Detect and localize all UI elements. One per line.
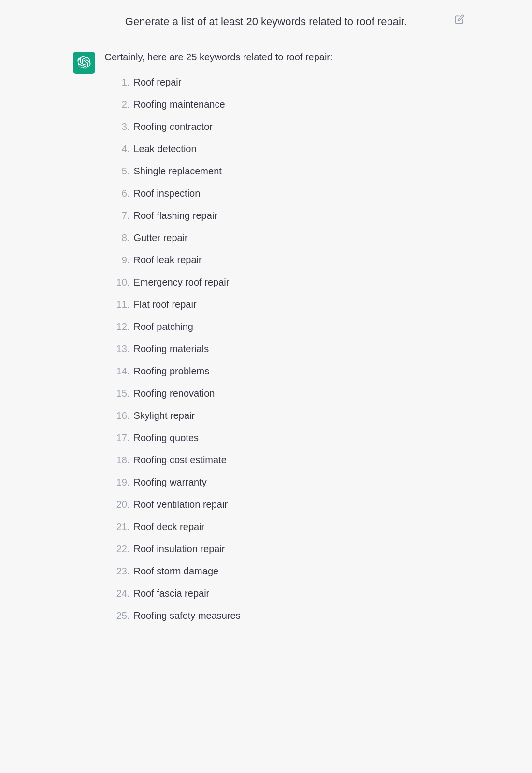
item-text: Roofing problems bbox=[134, 364, 210, 378]
item-text: Roofing quotes bbox=[134, 430, 199, 445]
item-text: Roof fascia repair bbox=[134, 586, 210, 601]
list-item: 11.Flat roof repair bbox=[105, 293, 460, 315]
item-text: Roofing safety measures bbox=[134, 608, 241, 623]
item-number: 2. bbox=[105, 97, 130, 112]
chatgpt-avatar bbox=[73, 52, 95, 74]
list-item: 20.Roof ventilation repair bbox=[105, 493, 460, 515]
list-item: 17.Roofing quotes bbox=[105, 427, 460, 449]
list-item: 16.Skylight repair bbox=[105, 404, 460, 427]
list-item: 9.Roof leak repair bbox=[105, 249, 460, 271]
prompt-text: Generate a list of at least 20 keywords … bbox=[125, 15, 407, 28]
list-item: 23.Roof storm damage bbox=[105, 560, 460, 582]
list-item: 14.Roofing problems bbox=[105, 360, 460, 382]
item-text: Flat roof repair bbox=[134, 297, 197, 312]
item-number: 15. bbox=[105, 386, 130, 401]
item-number: 17. bbox=[105, 430, 130, 445]
list-item: 21.Roof deck repair bbox=[105, 515, 460, 538]
item-text: Roof ventilation repair bbox=[134, 497, 228, 512]
item-number: 13. bbox=[105, 342, 130, 356]
list-item: 4.Leak detection bbox=[105, 138, 460, 160]
list-item: 8.Gutter repair bbox=[105, 227, 460, 249]
list-item: 2.Roofing maintenance bbox=[105, 93, 460, 115]
item-text: Roofing warranty bbox=[134, 475, 207, 489]
item-text: Roof leak repair bbox=[134, 253, 202, 267]
item-number: 12. bbox=[105, 319, 130, 334]
list-item: 13.Roofing materials bbox=[105, 338, 460, 360]
list-item: 5.Shingle replacement bbox=[105, 160, 460, 182]
item-number: 19. bbox=[105, 475, 130, 489]
list-item: 24.Roof fascia repair bbox=[105, 582, 460, 604]
item-text: Roof storm damage bbox=[134, 564, 219, 578]
list-item: 7.Roof flashing repair bbox=[105, 204, 460, 227]
page-wrapper: Generate a list of at least 20 keywords … bbox=[58, 0, 474, 627]
prompt-bar: Generate a list of at least 20 keywords … bbox=[68, 0, 464, 38]
item-number: 5. bbox=[105, 164, 130, 178]
edit-button[interactable] bbox=[455, 14, 464, 27]
list-item: 15.Roofing renovation bbox=[105, 382, 460, 404]
item-number: 1. bbox=[105, 75, 130, 89]
item-text: Gutter repair bbox=[134, 230, 188, 245]
item-text: Roofing cost estimate bbox=[134, 453, 227, 467]
item-number: 18. bbox=[105, 453, 130, 467]
list-item: 18.Roofing cost estimate bbox=[105, 449, 460, 471]
item-text: Emergency roof repair bbox=[134, 275, 230, 289]
item-number: 14. bbox=[105, 364, 130, 378]
chatgpt-logo-icon bbox=[77, 56, 91, 70]
response-section: Certainly, here are 25 keywords related … bbox=[68, 50, 464, 627]
item-number: 25. bbox=[105, 608, 130, 623]
keyword-list: 1.Roof repair2.Roofing maintenance3.Roof… bbox=[105, 71, 460, 627]
item-text: Roofing materials bbox=[134, 342, 209, 356]
item-text: Roof repair bbox=[134, 75, 182, 89]
item-number: 8. bbox=[105, 230, 130, 245]
item-number: 9. bbox=[105, 253, 130, 267]
divider bbox=[68, 38, 464, 38]
item-text: Shingle replacement bbox=[134, 164, 222, 178]
item-text: Roof patching bbox=[134, 319, 193, 334]
item-text: Roof deck repair bbox=[134, 519, 205, 534]
item-number: 3. bbox=[105, 119, 130, 134]
item-text: Roofing renovation bbox=[134, 386, 215, 401]
item-number: 7. bbox=[105, 208, 130, 223]
item-number: 6. bbox=[105, 186, 130, 200]
item-number: 10. bbox=[105, 275, 130, 289]
list-item: 10.Emergency roof repair bbox=[105, 271, 460, 293]
list-item: 6.Roof inspection bbox=[105, 182, 460, 204]
response-content: Certainly, here are 25 keywords related … bbox=[105, 50, 460, 627]
item-number: 21. bbox=[105, 519, 130, 534]
list-item: 12.Roof patching bbox=[105, 315, 460, 338]
intro-text: Certainly, here are 25 keywords related … bbox=[105, 50, 460, 64]
item-number: 22. bbox=[105, 542, 130, 556]
edit-icon bbox=[455, 14, 464, 24]
list-item: 3.Roofing contractor bbox=[105, 115, 460, 138]
item-number: 4. bbox=[105, 142, 130, 156]
list-item: 25.Roofing safety measures bbox=[105, 604, 460, 627]
item-number: 16. bbox=[105, 408, 130, 423]
item-text: Roof inspection bbox=[134, 186, 201, 200]
list-item: 22.Roof insulation repair bbox=[105, 538, 460, 560]
item-text: Roofing contractor bbox=[134, 119, 213, 134]
item-text: Roof insulation repair bbox=[134, 542, 225, 556]
item-text: Leak detection bbox=[134, 142, 197, 156]
item-number: 24. bbox=[105, 586, 130, 601]
list-item: 1.Roof repair bbox=[105, 71, 460, 93]
list-item: 19.Roofing warranty bbox=[105, 471, 460, 493]
item-text: Skylight repair bbox=[134, 408, 195, 423]
item-number: 20. bbox=[105, 497, 130, 512]
item-number: 11. bbox=[105, 297, 130, 312]
item-text: Roofing maintenance bbox=[134, 97, 225, 112]
item-text: Roof flashing repair bbox=[134, 208, 217, 223]
item-number: 23. bbox=[105, 564, 130, 578]
